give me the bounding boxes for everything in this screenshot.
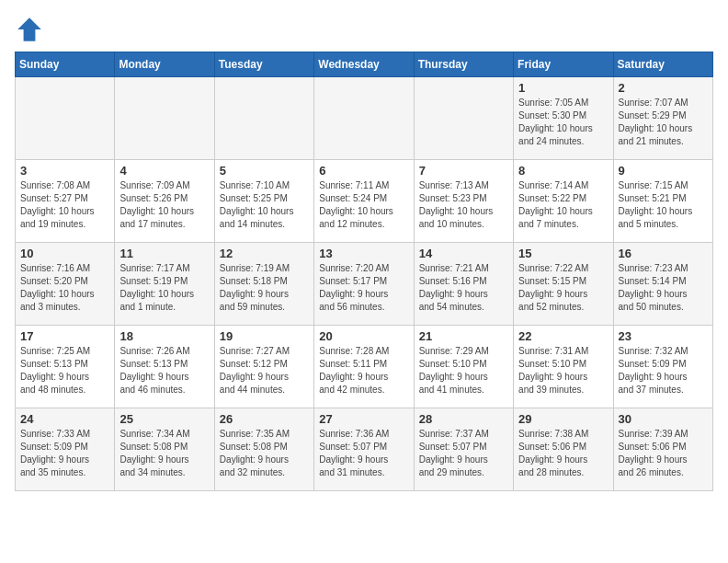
week-row-3: 10Sunrise: 7:16 AM Sunset: 5:20 PM Dayli… <box>16 243 713 326</box>
day-info: Sunrise: 7:19 AM Sunset: 5:18 PM Dayligh… <box>220 262 309 314</box>
day-number: 20 <box>319 329 408 343</box>
day-info: Sunrise: 7:39 AM Sunset: 5:06 PM Dayligh… <box>619 428 708 479</box>
calendar-cell: 2Sunrise: 7:07 AM Sunset: 5:29 PM Daylig… <box>613 77 712 160</box>
day-number: 27 <box>319 412 408 426</box>
calendar-cell: 13Sunrise: 7:20 AM Sunset: 5:17 PM Dayli… <box>314 243 414 326</box>
day-number: 8 <box>518 164 608 178</box>
calendar-cell: 26Sunrise: 7:35 AM Sunset: 5:08 PM Dayli… <box>214 408 313 491</box>
day-number: 6 <box>319 164 408 178</box>
calendar-cell: 29Sunrise: 7:38 AM Sunset: 5:06 PM Dayli… <box>514 408 613 491</box>
day-info: Sunrise: 7:25 AM Sunset: 5:13 PM Dayligh… <box>20 345 109 396</box>
week-row-5: 24Sunrise: 7:33 AM Sunset: 5:09 PM Dayli… <box>16 408 713 491</box>
day-info: Sunrise: 7:05 AM Sunset: 5:30 PM Dayligh… <box>518 97 608 148</box>
day-info: Sunrise: 7:22 AM Sunset: 5:15 PM Dayligh… <box>518 262 608 314</box>
calendar-cell: 3Sunrise: 7:08 AM Sunset: 5:27 PM Daylig… <box>16 160 115 243</box>
weekday-header-tuesday: Tuesday <box>214 52 313 77</box>
day-number: 13 <box>319 247 408 260</box>
calendar-cell: 10Sunrise: 7:16 AM Sunset: 5:20 PM Dayli… <box>16 243 115 326</box>
day-number: 15 <box>518 247 608 260</box>
calendar-cell <box>414 77 513 160</box>
calendar-cell: 30Sunrise: 7:39 AM Sunset: 5:06 PM Dayli… <box>613 408 712 491</box>
day-info: Sunrise: 7:11 AM Sunset: 5:24 PM Dayligh… <box>319 179 408 231</box>
weekday-header-row: SundayMondayTuesdayWednesdayThursdayFrid… <box>16 52 713 77</box>
calendar-cell: 25Sunrise: 7:34 AM Sunset: 5:08 PM Dayli… <box>115 408 214 491</box>
calendar-cell: 21Sunrise: 7:29 AM Sunset: 5:10 PM Dayli… <box>414 326 513 408</box>
calendar-cell: 11Sunrise: 7:17 AM Sunset: 5:19 PM Dayli… <box>115 243 214 326</box>
day-number: 1 <box>518 81 608 95</box>
calendar-cell: 19Sunrise: 7:27 AM Sunset: 5:12 PM Dayli… <box>214 326 313 408</box>
day-number: 4 <box>119 164 209 178</box>
weekday-header-wednesday: Wednesday <box>314 52 414 77</box>
calendar-cell: 12Sunrise: 7:19 AM Sunset: 5:18 PM Dayli… <box>214 243 313 326</box>
calendar-cell: 18Sunrise: 7:26 AM Sunset: 5:13 PM Dayli… <box>115 326 214 408</box>
day-number: 11 <box>119 247 209 260</box>
day-number: 22 <box>518 329 608 343</box>
calendar-cell: 23Sunrise: 7:32 AM Sunset: 5:09 PM Dayli… <box>613 326 712 408</box>
day-number: 19 <box>220 329 309 343</box>
page-header <box>15 15 713 44</box>
day-number: 30 <box>619 412 708 426</box>
week-row-2: 3Sunrise: 7:08 AM Sunset: 5:27 PM Daylig… <box>16 160 713 243</box>
calendar-cell <box>115 77 214 160</box>
calendar-cell: 17Sunrise: 7:25 AM Sunset: 5:13 PM Dayli… <box>16 326 115 408</box>
calendar-cell: 22Sunrise: 7:31 AM Sunset: 5:10 PM Dayli… <box>514 326 613 408</box>
day-number: 12 <box>220 247 309 260</box>
day-info: Sunrise: 7:07 AM Sunset: 5:29 PM Dayligh… <box>619 97 708 148</box>
calendar-cell: 4Sunrise: 7:09 AM Sunset: 5:26 PM Daylig… <box>115 160 214 243</box>
day-info: Sunrise: 7:09 AM Sunset: 5:26 PM Dayligh… <box>119 179 209 231</box>
day-info: Sunrise: 7:35 AM Sunset: 5:08 PM Dayligh… <box>220 428 309 479</box>
day-number: 29 <box>518 412 608 426</box>
calendar-cell <box>214 77 313 160</box>
day-info: Sunrise: 7:21 AM Sunset: 5:16 PM Dayligh… <box>419 262 508 314</box>
week-row-4: 17Sunrise: 7:25 AM Sunset: 5:13 PM Dayli… <box>16 326 713 408</box>
calendar-cell: 28Sunrise: 7:37 AM Sunset: 5:07 PM Dayli… <box>414 408 513 491</box>
day-number: 3 <box>20 164 109 178</box>
calendar-cell <box>314 77 414 160</box>
weekday-header-sunday: Sunday <box>16 52 115 77</box>
calendar-cell: 14Sunrise: 7:21 AM Sunset: 5:16 PM Dayli… <box>414 243 513 326</box>
day-info: Sunrise: 7:23 AM Sunset: 5:14 PM Dayligh… <box>619 262 708 314</box>
calendar-cell <box>16 77 115 160</box>
day-info: Sunrise: 7:17 AM Sunset: 5:19 PM Dayligh… <box>119 262 209 314</box>
svg-marker-0 <box>17 17 41 41</box>
day-number: 10 <box>20 247 109 260</box>
calendar-cell: 20Sunrise: 7:28 AM Sunset: 5:11 PM Dayli… <box>314 326 414 408</box>
day-number: 16 <box>619 247 708 260</box>
day-number: 21 <box>419 329 508 343</box>
day-info: Sunrise: 7:14 AM Sunset: 5:22 PM Dayligh… <box>518 179 608 231</box>
calendar-cell: 24Sunrise: 7:33 AM Sunset: 5:09 PM Dayli… <box>16 408 115 491</box>
day-info: Sunrise: 7:26 AM Sunset: 5:13 PM Dayligh… <box>119 345 209 396</box>
day-info: Sunrise: 7:28 AM Sunset: 5:11 PM Dayligh… <box>319 345 408 396</box>
day-number: 17 <box>20 329 109 343</box>
day-number: 24 <box>20 412 109 426</box>
calendar-table: SundayMondayTuesdayWednesdayThursdayFrid… <box>15 52 713 491</box>
day-number: 28 <box>419 412 508 426</box>
calendar-cell: 8Sunrise: 7:14 AM Sunset: 5:22 PM Daylig… <box>514 160 613 243</box>
day-info: Sunrise: 7:31 AM Sunset: 5:10 PM Dayligh… <box>518 345 608 396</box>
calendar-cell: 27Sunrise: 7:36 AM Sunset: 5:07 PM Dayli… <box>314 408 414 491</box>
day-info: Sunrise: 7:34 AM Sunset: 5:08 PM Dayligh… <box>119 428 209 479</box>
weekday-header-saturday: Saturday <box>613 52 712 77</box>
logo <box>15 15 48 44</box>
day-info: Sunrise: 7:29 AM Sunset: 5:10 PM Dayligh… <box>419 345 508 396</box>
day-number: 23 <box>619 329 708 343</box>
week-row-1: 1Sunrise: 7:05 AM Sunset: 5:30 PM Daylig… <box>16 77 713 160</box>
calendar-cell: 15Sunrise: 7:22 AM Sunset: 5:15 PM Dayli… <box>514 243 613 326</box>
day-info: Sunrise: 7:38 AM Sunset: 5:06 PM Dayligh… <box>518 428 608 479</box>
day-number: 7 <box>419 164 508 178</box>
weekday-header-thursday: Thursday <box>414 52 513 77</box>
day-number: 26 <box>220 412 309 426</box>
day-number: 5 <box>220 164 309 178</box>
day-info: Sunrise: 7:15 AM Sunset: 5:21 PM Dayligh… <box>619 179 708 231</box>
calendar-cell: 7Sunrise: 7:13 AM Sunset: 5:23 PM Daylig… <box>414 160 513 243</box>
day-info: Sunrise: 7:20 AM Sunset: 5:17 PM Dayligh… <box>319 262 408 314</box>
day-info: Sunrise: 7:33 AM Sunset: 5:09 PM Dayligh… <box>20 428 109 479</box>
calendar-cell: 1Sunrise: 7:05 AM Sunset: 5:30 PM Daylig… <box>514 77 613 160</box>
day-info: Sunrise: 7:13 AM Sunset: 5:23 PM Dayligh… <box>419 179 508 231</box>
day-number: 2 <box>619 81 708 95</box>
day-number: 25 <box>119 412 209 426</box>
logo-icon <box>15 15 44 44</box>
day-info: Sunrise: 7:27 AM Sunset: 5:12 PM Dayligh… <box>220 345 309 396</box>
calendar-cell: 16Sunrise: 7:23 AM Sunset: 5:14 PM Dayli… <box>613 243 712 326</box>
day-info: Sunrise: 7:16 AM Sunset: 5:20 PM Dayligh… <box>20 262 109 314</box>
